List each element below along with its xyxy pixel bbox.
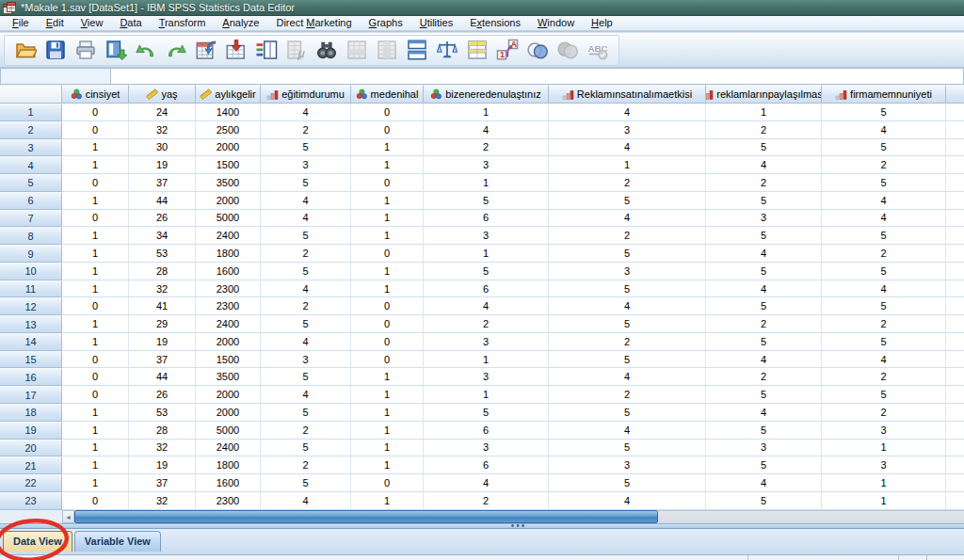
cell-firmamemnuniyeti-row3[interactable]: 5	[822, 139, 946, 157]
cell-reklamlarınpaylaşılması-row17[interactable]: 5	[706, 386, 822, 404]
cell-yaş-row21[interactable]: 19	[129, 456, 196, 474]
cell-empty[interactable]	[946, 104, 964, 121]
cell-yaş-row1[interactable]: 24	[129, 104, 196, 121]
cell-medenihal-row4[interactable]: 1	[351, 156, 424, 174]
cell-bizeneredenulaştınız-row7[interactable]: 6	[424, 210, 549, 228]
cell-cinsiyet-row19[interactable]: 1	[62, 422, 129, 440]
cell-bizeneredenulaştınız-row5[interactable]: 1	[424, 174, 549, 192]
cell-eğitimdurumu-row21[interactable]: 2	[261, 456, 351, 474]
cell-eğitimdurumu-row14[interactable]: 4	[261, 333, 351, 351]
cell-bizeneredenulaştınız-row1[interactable]: 1	[424, 104, 549, 121]
cell-eğitimdurumu-row22[interactable]: 5	[261, 474, 351, 492]
cell-reklamlarınpaylaşılması-row1[interactable]: 1	[706, 104, 822, 121]
cell-cinsiyet-row6[interactable]: 1	[62, 192, 129, 210]
cell-reklamlarınpaylaşılması-row2[interactable]: 2	[706, 121, 822, 139]
cell-empty[interactable]	[946, 386, 964, 404]
cell-eğitimdurumu-row3[interactable]: 5	[261, 139, 351, 157]
cell-cinsiyet-row20[interactable]: 1	[62, 440, 129, 457]
cell-reklamınsatınalımaetkisi-row10[interactable]: 3	[549, 263, 706, 280]
cell-yaş-row9[interactable]: 53	[129, 245, 196, 263]
cell-cinsiyet-row16[interactable]: 0	[62, 368, 129, 386]
row-header-4[interactable]: 4	[0, 156, 62, 174]
cell-empty[interactable]	[946, 422, 964, 440]
menu-edit[interactable]: Edit	[38, 16, 72, 30]
cell-reklamınsatınalımaetkisi-row2[interactable]: 3	[549, 121, 706, 139]
cell-firmamemnuniyeti-row7[interactable]: 4	[822, 210, 946, 228]
column-header-cinsiyet[interactable]: cinsiyet	[62, 85, 129, 104]
row-header-21[interactable]: 21	[0, 456, 62, 474]
cell-eğitimdurumu-row8[interactable]: 5	[261, 227, 351, 245]
column-header-aylıkgelir[interactable]: aylıkgelir	[196, 85, 261, 104]
cell-reklamınsatınalımaetkisi-row17[interactable]: 2	[549, 386, 706, 404]
cell-reklamlarınpaylaşılması-row19[interactable]: 5	[706, 422, 822, 440]
cell-cinsiyet-row3[interactable]: 1	[62, 139, 129, 157]
row-header-16[interactable]: 16	[0, 368, 62, 386]
split-file-button[interactable]	[402, 37, 432, 64]
cell-reklamınsatınalımaetkisi-row9[interactable]: 5	[549, 245, 706, 263]
cell-medenihal-row7[interactable]: 1	[351, 210, 424, 228]
cell-reklamlarınpaylaşılması-row16[interactable]: 2	[706, 368, 822, 386]
cell-bizeneredenulaştınız-row4[interactable]: 3	[424, 156, 549, 174]
cell-reklamınsatınalımaetkisi-row16[interactable]: 4	[549, 368, 706, 386]
go-to-variable-button[interactable]	[221, 37, 251, 64]
cell-aylıkgelir-row8[interactable]: 2400	[196, 227, 261, 245]
cell-reklamlarınpaylaşılması-row23[interactable]: 5	[706, 492, 822, 510]
cell-medenihal-row19[interactable]: 1	[351, 422, 424, 440]
cell-aylıkgelir-row10[interactable]: 1600	[196, 263, 261, 280]
cell-medenihal-row6[interactable]: 1	[351, 192, 424, 210]
cell-medenihal-row1[interactable]: 0	[351, 104, 424, 121]
row-header-11[interactable]: 11	[0, 280, 62, 298]
cell-cinsiyet-row10[interactable]: 1	[62, 263, 129, 280]
menu-transform[interactable]: Transform	[151, 16, 215, 30]
cell-medenihal-row8[interactable]: 1	[351, 227, 424, 245]
row-header-18[interactable]: 18	[0, 404, 62, 422]
cell-cinsiyet-row18[interactable]: 1	[62, 404, 129, 422]
cell-reklamınsatınalımaetkisi-row20[interactable]: 5	[549, 440, 706, 457]
cell-yaş-row19[interactable]: 28	[129, 422, 196, 440]
tab-variable-view[interactable]: Variable View	[74, 531, 161, 552]
cell-aylıkgelir-row22[interactable]: 1600	[196, 474, 261, 492]
cell-cinsiyet-row9[interactable]: 1	[62, 245, 129, 263]
cell-medenihal-row21[interactable]: 1	[351, 456, 424, 474]
cell-yaş-row2[interactable]: 32	[129, 121, 196, 139]
cell-bizeneredenulaştınız-row23[interactable]: 2	[424, 492, 549, 510]
cell-reklamlarınpaylaşılması-row3[interactable]: 5	[706, 139, 822, 157]
cell-eğitimdurumu-row9[interactable]: 2	[261, 245, 351, 263]
cell-reklamınsatınalımaetkisi-row14[interactable]: 2	[549, 333, 706, 351]
row-header-20[interactable]: 20	[0, 440, 62, 457]
menu-analyze[interactable]: Analyze	[214, 16, 267, 30]
cell-yaş-row6[interactable]: 44	[129, 192, 196, 210]
cell-bizeneredenulaştınız-row12[interactable]: 4	[424, 297, 549, 315]
weight-cases-button[interactable]	[432, 37, 462, 64]
cell-reklamlarınpaylaşılması-row10[interactable]: 5	[706, 263, 822, 280]
tab-data-view[interactable]: Data View	[3, 531, 72, 552]
cell-medenihal-row17[interactable]: 1	[351, 386, 424, 404]
find-button[interactable]	[312, 37, 342, 64]
cell-firmamemnuniyeti-row21[interactable]: 3	[822, 456, 946, 474]
cell-eğitimdurumu-row4[interactable]: 3	[261, 156, 351, 174]
cell-eğitimdurumu-row6[interactable]: 4	[261, 192, 351, 210]
cell-reklamınsatınalımaetkisi-row13[interactable]: 5	[549, 315, 706, 333]
cell-eğitimdurumu-row5[interactable]: 5	[261, 174, 351, 192]
cell-reklamınsatınalımaetkisi-row23[interactable]: 4	[549, 492, 706, 510]
cell-reklamınsatınalımaetkisi-row11[interactable]: 5	[549, 280, 706, 298]
cell-empty[interactable]	[946, 263, 964, 280]
cell-aylıkgelir-row7[interactable]: 5000	[196, 210, 261, 228]
cell-reklamlarınpaylaşılması-row4[interactable]: 4	[706, 156, 822, 174]
cell-aylıkgelir-row5[interactable]: 3500	[196, 174, 261, 192]
cell-reklamlarınpaylaşılması-row15[interactable]: 4	[706, 351, 822, 369]
cell-empty[interactable]	[946, 297, 964, 315]
cell-medenihal-row20[interactable]: 1	[351, 440, 424, 457]
cell-reklamınsatınalımaetkisi-row6[interactable]: 5	[549, 192, 706, 210]
menu-file[interactable]: File	[4, 16, 38, 30]
cell-yaş-row13[interactable]: 29	[129, 315, 196, 333]
cell-aylıkgelir-row3[interactable]: 2000	[196, 139, 261, 157]
cell-eğitimdurumu-row12[interactable]: 2	[261, 297, 351, 315]
cell-bizeneredenulaştınız-row2[interactable]: 4	[424, 121, 549, 139]
cell-firmamemnuniyeti-row11[interactable]: 4	[822, 280, 946, 298]
cell-value-editor[interactable]	[111, 68, 964, 85]
cell-bizeneredenulaştınız-row13[interactable]: 2	[424, 315, 549, 333]
cell-empty[interactable]	[946, 440, 964, 457]
column-header-bizeneredenulaştınız[interactable]: bizeneredenulaştınız	[424, 85, 549, 104]
cell-yaş-row5[interactable]: 37	[129, 174, 196, 192]
